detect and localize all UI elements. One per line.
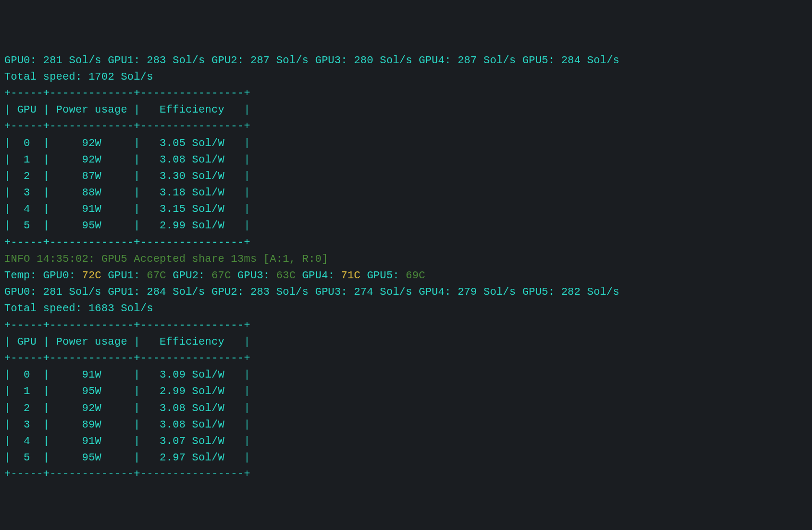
gpu-table-2-border: +-----+-------------+----------------+ [4,350,808,366]
gpu-table-2-header: | GPU | Power usage | Efficiency | [4,334,808,350]
gpu-speeds-2: GPU0: 281 Sol/s GPU1: 284 Sol/s GPU2: 28… [4,284,808,300]
gpu-table-1-header: | GPU | Power usage | Efficiency | [4,101,808,118]
gpu-table-1-border: +-----+-------------+----------------+ [4,118,808,134]
gpu-table-1-row: | 0 | 92W | 3.05 Sol/W | [4,135,808,151]
gpu-speeds-1: GPU0: 281 Sol/s GPU1: 283 Sol/s GPU2: 28… [4,52,808,69]
gpu-table-1-row: | 5 | 95W | 2.99 Sol/W | [4,217,808,234]
gpu-table-2-border: +-----+-------------+----------------+ [4,317,808,334]
gpu-table-1-row: | 2 | 87W | 3.30 Sol/W | [4,168,808,184]
gpu-table-1-row: | 4 | 91W | 3.15 Sol/W | [4,201,808,217]
gpu-table-1-border: +-----+-------------+----------------+ [4,85,808,101]
info-line: INFO 14:35:02: GPU5 Accepted share 13ms … [4,251,808,267]
gpu-table-2-border: +-----+-------------+----------------+ [4,466,808,482]
gpu-table-2-row: | 4 | 91W | 3.07 Sol/W | [4,433,808,449]
total-speed-1: Total speed: 1702 Sol/s [4,69,808,85]
gpu-table-1-row: | 3 | 88W | 3.18 Sol/W | [4,184,808,201]
gpu-table-1-border: +-----+-------------+----------------+ [4,234,808,251]
gpu-table-2-row: | 0 | 91W | 3.09 Sol/W | [4,366,808,383]
gpu-table-2-row: | 2 | 92W | 3.08 Sol/W | [4,400,808,416]
temp-line: Temp: GPU0: 72C GPU1: 67C GPU2: 67C GPU3… [4,267,808,284]
terminal-output: GPU0: 281 Sol/s GPU1: 283 Sol/s GPU2: 28… [4,52,808,483]
gpu-table-2-row: | 3 | 89W | 3.08 Sol/W | [4,416,808,433]
gpu-table-2-row: | 1 | 95W | 2.99 Sol/W | [4,383,808,399]
gpu-table-2-row: | 5 | 95W | 2.97 Sol/W | [4,449,808,466]
total-speed-2: Total speed: 1683 Sol/s [4,300,808,317]
gpu-table-1-row: | 1 | 92W | 3.08 Sol/W | [4,151,808,168]
